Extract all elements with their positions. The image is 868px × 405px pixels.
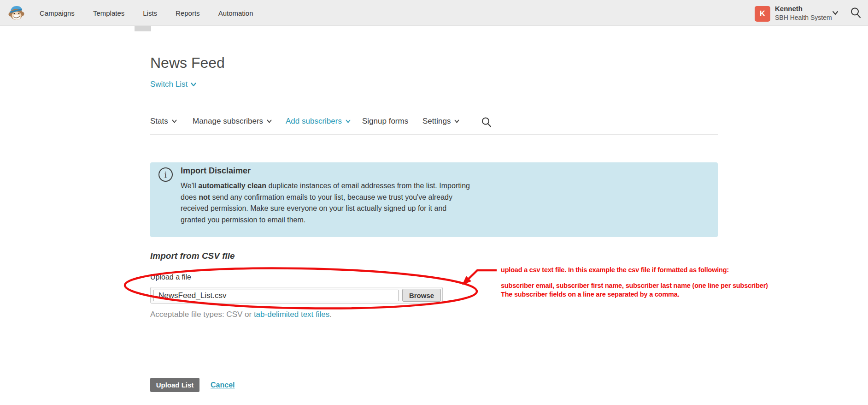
nav-item-templates[interactable]: Templates: [93, 9, 124, 17]
top-navigation-bar: Campaigns Templates Lists Reports Automa…: [0, 0, 868, 26]
chevron-down-icon: [346, 119, 351, 123]
nav-item-lists[interactable]: Lists: [143, 9, 157, 17]
tab-add-subscribers[interactable]: Add subscribers: [286, 117, 351, 126]
account-chevron-down-icon[interactable]: [832, 11, 839, 15]
page-title: News Feed: [150, 54, 225, 71]
nav-item-campaigns[interactable]: Campaigns: [40, 9, 75, 17]
avatar[interactable]: K: [755, 6, 770, 22]
tab-signup-forms[interactable]: Signup forms: [362, 117, 408, 126]
primary-nav: Campaigns Templates Lists Reports Automa…: [40, 0, 253, 26]
tab-manage-subscribers-label: Manage subscribers: [193, 117, 263, 126]
import-disclaimer-body: We'll automatically clean duplicate inst…: [181, 180, 472, 226]
lists-active-tab-marker: [135, 26, 151, 31]
annotation-text-line2: subscriber email, subscriber first name,…: [501, 281, 768, 290]
switch-list-dropdown[interactable]: Switch List: [150, 80, 196, 89]
chevron-down-icon: [172, 119, 177, 123]
upload-list-button[interactable]: Upload List: [150, 378, 199, 392]
user-name: Kenneth: [775, 5, 803, 12]
switch-list-chevron-down-icon: [191, 83, 196, 87]
annotation-text-line3: The subscriber fields on a line are sepa…: [501, 290, 680, 299]
tab-signup-forms-label: Signup forms: [362, 117, 408, 126]
tab-manage-subscribers[interactable]: Manage subscribers: [193, 117, 272, 126]
upload-a-file-label: Upload a file: [150, 273, 191, 281]
mailchimp-list-import-page: Campaigns Templates Lists Reports Automa…: [0, 0, 868, 405]
cancel-link[interactable]: Cancel: [211, 381, 235, 389]
info-icon: i: [158, 167, 173, 182]
tab-settings[interactable]: Settings: [422, 117, 459, 126]
tabs-divider: [150, 134, 718, 135]
switch-list-label: Switch List: [150, 80, 188, 89]
tab-stats-label: Stats: [150, 117, 168, 126]
tab-stats[interactable]: Stats: [150, 117, 177, 126]
nav-item-reports[interactable]: Reports: [176, 9, 200, 17]
global-search-icon[interactable]: [850, 7, 861, 19]
filetypes-prefix: Acceptable file types: CSV or: [150, 310, 254, 319]
file-name-input[interactable]: [153, 290, 399, 301]
filetypes-suffix: .: [329, 310, 332, 319]
mailchimp-logo-icon[interactable]: [6, 3, 26, 23]
annotation-text-line1: upload a csv text file. In this example …: [501, 266, 729, 274]
import-disclaimer-box: i Import Disclaimer We'll automatically …: [150, 162, 718, 237]
list-search-icon[interactable]: [481, 117, 492, 128]
acceptable-file-types-text: Acceptable file types: CSV or tab-delimi…: [150, 310, 332, 319]
tab-delimited-link[interactable]: tab-delimited text files: [254, 310, 329, 319]
user-account-name: SBH Health System: [775, 14, 832, 21]
tab-settings-label: Settings: [422, 117, 451, 126]
list-section-tabs: Stats Manage subscribers Add subscribers…: [150, 117, 718, 129]
file-upload-control: Browse: [150, 287, 443, 304]
import-from-csv-heading: Import from CSV file: [150, 251, 235, 261]
import-disclaimer-title: Import Disclaimer: [181, 166, 251, 176]
browse-button[interactable]: Browse: [402, 289, 441, 302]
chevron-down-icon: [267, 119, 272, 123]
nav-item-automation[interactable]: Automation: [218, 9, 253, 17]
tab-add-subscribers-label: Add subscribers: [286, 117, 342, 126]
chevron-down-icon: [454, 119, 459, 123]
